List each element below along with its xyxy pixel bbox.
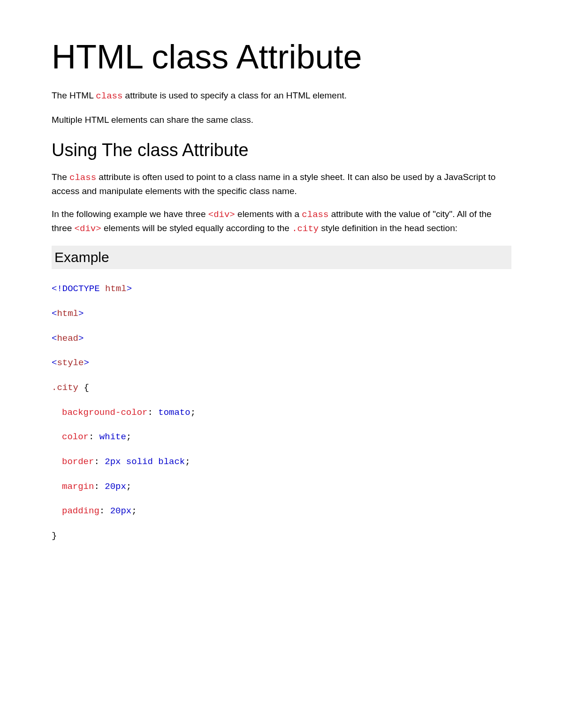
tok: <: [52, 308, 57, 319]
code-line: <html>: [52, 308, 511, 320]
text: attribute is used to specify a class for…: [122, 90, 347, 100]
tok: padding: [62, 506, 99, 516]
section-paragraph-1: The class attribute is often used to poi…: [52, 171, 511, 197]
tok: >: [84, 358, 89, 368]
tok: margin: [62, 481, 94, 492]
example-label: Example: [54, 249, 109, 265]
text: elements will be styled equally accordin…: [101, 223, 292, 233]
code-inline-div: <div>: [75, 224, 101, 234]
code-line: <!DOCTYPE html>: [52, 283, 511, 295]
tok: ;: [126, 432, 131, 442]
code-inline-div: <div>: [208, 210, 235, 220]
text: style definition in the head section:: [319, 223, 457, 233]
code-example: <!DOCTYPE html> <html> <head> <style> .c…: [52, 283, 511, 542]
text: elements with a: [235, 209, 302, 219]
tok: html: [100, 284, 127, 294]
tok: {: [84, 383, 89, 393]
tok: :: [99, 506, 105, 516]
tok: style: [57, 358, 84, 368]
tok: >: [78, 333, 84, 344]
code-line: padding: 20px;: [52, 505, 511, 517]
code-line: }: [52, 530, 511, 542]
text: The: [52, 172, 69, 182]
tok: <: [52, 358, 57, 368]
tok: 20px: [99, 481, 126, 492]
code-inline-class: class: [302, 210, 328, 220]
tok: >: [78, 308, 84, 319]
tok: color: [62, 432, 89, 442]
tok: .city: [52, 383, 84, 393]
intro-paragraph-2: Multiple HTML elements can share the sam…: [52, 113, 511, 127]
tok: ;: [185, 457, 190, 467]
tok: :: [94, 481, 99, 492]
tok: <!DOCTYPE: [52, 284, 100, 294]
tok: }: [52, 531, 57, 541]
tok: border: [62, 457, 94, 467]
section-heading: Using The class Attribute: [52, 140, 511, 160]
text: attribute is often used to point to a cl…: [52, 172, 495, 196]
code-line: border: 2px solid black;: [52, 456, 511, 468]
tok: tomato: [153, 407, 190, 418]
tok: <: [52, 333, 57, 344]
tok: >: [127, 284, 132, 294]
code-inline-class: class: [69, 173, 96, 183]
tok: ;: [131, 506, 137, 516]
tok: html: [57, 308, 78, 319]
code-line: .city {: [52, 382, 511, 394]
tok: background-color: [62, 407, 147, 418]
code-line: <head>: [52, 333, 511, 345]
page-title: HTML class Attribute: [52, 38, 511, 76]
section-paragraph-2: In the following example we have three <…: [52, 208, 511, 235]
tok: head: [57, 333, 78, 344]
code-line: color: white;: [52, 431, 511, 443]
code-line: background-color: tomato;: [52, 407, 511, 419]
tok: :: [89, 432, 94, 442]
tok: :: [94, 457, 99, 467]
tok: :: [147, 407, 152, 418]
tok: 2px solid black: [99, 457, 185, 467]
tok: 20px: [105, 506, 131, 516]
code-inline-city: .city: [292, 224, 319, 234]
tok: ;: [126, 481, 131, 492]
code-line: margin: 20px;: [52, 481, 511, 493]
tok: white: [94, 432, 126, 442]
text: In the following example we have three: [52, 209, 208, 219]
code-inline-class: class: [96, 91, 122, 101]
text: The HTML: [52, 90, 96, 100]
code-line: <style>: [52, 357, 511, 369]
example-heading-bar: Example: [52, 246, 511, 269]
document-page: HTML class Attribute The HTML class attr…: [0, 0, 563, 728]
intro-paragraph-1: The HTML class attribute is used to spec…: [52, 89, 511, 103]
tok: ;: [190, 407, 196, 418]
